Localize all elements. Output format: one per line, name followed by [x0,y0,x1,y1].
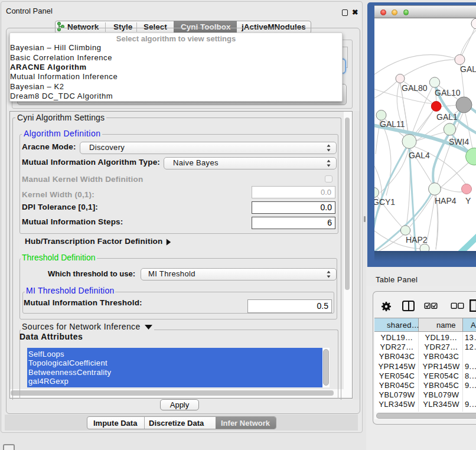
svg-text:GAL11: GAL11 [380,119,405,129]
svg-text:GAL10: GAL10 [435,88,461,97]
svg-text:HAP2: HAP2 [406,235,428,244]
svg-text:SWI4: SWI4 [449,137,469,146]
svg-text:GAL80: GAL80 [402,83,428,93]
svg-text:Y: Y [465,196,471,206]
svg-text:GCY1: GCY1 [374,197,395,207]
svg-text:HAP4: HAP4 [435,196,457,206]
svg-text:GAL1: GAL1 [436,112,458,122]
svg-text:GAL4: GAL4 [409,151,430,160]
svg-text:GAL7: GAL7 [460,64,476,74]
